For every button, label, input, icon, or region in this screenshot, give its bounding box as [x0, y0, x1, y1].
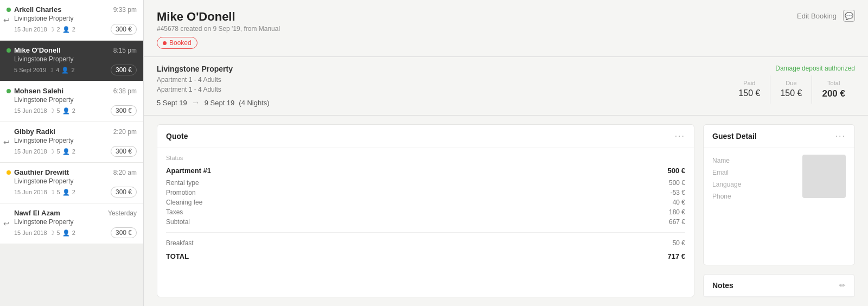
quote-row-value: -53 €: [671, 189, 685, 196]
status-dot: [163, 41, 167, 45]
guest-detail-title: Guest Detail: [712, 132, 757, 141]
guest-menu-button[interactable]: ···: [835, 131, 846, 141]
dates-row: 5 Sept 19 → 9 Sept 19 (4 Nights): [157, 98, 270, 107]
quote-menu-button[interactable]: ···: [675, 131, 685, 141]
booking-property: Livingstone Property: [7, 96, 137, 104]
booking-item[interactable]: Gauthier Drewitt 8:20 am Livingstone Pro…: [0, 163, 143, 203]
guest-name-field: Name: [712, 155, 796, 167]
booking-meta: 15 Jun 2018 5 👤 2: [14, 229, 75, 237]
guest-card-header: Guest Detail ···: [704, 125, 854, 148]
booking-item[interactable]: Mohsen Salehi 6:38 pm Livingstone Proper…: [0, 81, 143, 122]
due-label: Due: [780, 80, 802, 86]
return-icon: ↩: [3, 219, 10, 228]
guest-phone-field: Phone: [712, 190, 796, 202]
quote-row-label: Cleaning fee: [166, 199, 202, 206]
booking-meta: 15 Jun 2018 5 👤 2: [14, 107, 75, 114]
booking-item[interactable]: ↩ Nawf El Azam Yesterday Livingstone Pro…: [0, 203, 143, 244]
notes-card: Notes ✏: [703, 274, 855, 297]
quote-divider: [166, 232, 685, 233]
price-badge: 300 €: [111, 227, 137, 238]
notes-header: Notes ✏: [704, 275, 854, 297]
booking-time: 8:15 pm: [113, 47, 137, 54]
booking-item[interactable]: ↩ Gibby Radki 2:20 pm Livingstone Proper…: [0, 122, 143, 163]
guest-photo: [802, 155, 846, 198]
booking-item[interactable]: ↩ Arkell Charles 9:33 pm Livingstone Pro…: [0, 0, 143, 41]
person-icon: 👤: [61, 67, 69, 74]
status-dot: [7, 170, 11, 175]
quote-status-label: Status: [166, 155, 685, 161]
booking-property: Livingstone Property: [7, 218, 137, 226]
breakfast-value: 50 €: [673, 239, 685, 247]
person-icon: 👤: [62, 229, 70, 237]
moon-icon: [49, 189, 55, 196]
status-label: Booked: [169, 39, 192, 47]
status-dot: [7, 8, 11, 12]
due-column: Due 150 €: [770, 75, 812, 104]
quote-section-name: Apartment #1: [166, 167, 211, 175]
moon-icon: [48, 67, 54, 74]
quote-title: Quote: [166, 132, 188, 141]
quote-card: Quote ··· Status Apartment #1 500 € Rent…: [157, 124, 694, 297]
quote-row: Taxes 180 €: [166, 207, 685, 217]
guest-card-body: Name Email Language Phone: [704, 148, 854, 209]
price-badge: 300 €: [111, 187, 137, 197]
status-dot: [7, 89, 11, 93]
edit-booking-button[interactable]: Edit Booking: [797, 12, 837, 20]
price-badge: 300 €: [111, 146, 137, 157]
moon-icon: [49, 107, 55, 114]
booking-meta: 5 Sept 2019 4 👤 2: [14, 67, 75, 74]
booking-time: 6:38 pm: [113, 87, 137, 95]
person-icon: 👤: [62, 107, 70, 114]
quote-row-value: 180 €: [669, 208, 685, 216]
person-icon: 👤: [62, 148, 70, 155]
price-badge: 300 €: [111, 105, 137, 116]
quote-breakfast-row: Breakfast 50 €: [166, 238, 685, 248]
quote-card-header: Quote ···: [157, 125, 694, 148]
quote-row-value: 40 €: [673, 199, 685, 206]
total-row-value: 717 €: [667, 252, 685, 260]
booking-details-row: Livingstone Property Apartment 1 - 4 Adu…: [144, 57, 868, 116]
booking-item[interactable]: Mike O'Donell 8:15 pm Livingstone Proper…: [0, 41, 143, 81]
quote-section-amount: 500 €: [667, 167, 685, 175]
moon-icon: [49, 148, 55, 155]
date-from: 5 Sept 19: [157, 99, 187, 107]
price-columns: Paid 150 € Due 150 € Total 200 €: [729, 75, 855, 104]
sidebar-guest-name: Mike O'Donell: [7, 46, 60, 54]
pencil-icon[interactable]: ✏: [839, 281, 846, 290]
booking-property: Livingstone Property: [7, 15, 137, 22]
quote-row-label: Taxes: [166, 208, 183, 216]
booking-meta: 15 Jun 2018 5 👤 2: [14, 148, 75, 155]
quote-row: Subtotal 667 €: [166, 217, 685, 227]
booking-header: Mike O'Donell #45678 created on 9 Sep '1…: [144, 0, 868, 57]
return-icon: ↩: [3, 138, 10, 146]
arrow-right-icon: →: [192, 98, 200, 107]
paid-column: Paid 150 €: [729, 75, 770, 104]
booking-property: Livingstone Property: [7, 55, 137, 63]
due-amount: 150 €: [780, 88, 802, 98]
status-dot: [7, 48, 11, 53]
property-dates-block: Livingstone Property Apartment 1 - 4 Adu…: [157, 65, 270, 107]
guest-detail-card: Guest Detail ··· Name Email Language Pho…: [703, 124, 855, 265]
quote-row-label: Promotion: [166, 189, 196, 196]
property-info: Livingstone Property Apartment 1 - 4 Adu…: [157, 65, 270, 94]
status-dot: [7, 211, 11, 215]
chat-icon[interactable]: 💬: [843, 10, 855, 22]
quote-row: Cleaning fee 40 €: [166, 197, 685, 207]
right-column: Guest Detail ··· Name Email Language Pho…: [703, 124, 855, 297]
sidebar-guest-name: Mohsen Salehi: [7, 87, 63, 95]
booking-time: 9:33 pm: [113, 6, 137, 14]
status-badge: Booked: [157, 37, 197, 49]
guest-text-fields: Name Email Language Phone: [712, 155, 796, 202]
sidebar-guest-name: Gauthier Drewitt: [7, 168, 69, 176]
header-actions: Edit Booking 💬: [797, 10, 855, 22]
paid-amount: 150 €: [738, 88, 760, 98]
cards-area: Quote ··· Status Apartment #1 500 € Rent…: [144, 116, 868, 306]
room-line1: Apartment 1 - 4 Adults: [157, 75, 270, 85]
quote-card-body: Status Apartment #1 500 € Rental type 50…: [157, 148, 694, 268]
booking-time: 2:20 pm: [113, 128, 137, 136]
total-column: Total 200 €: [812, 75, 855, 104]
booking-meta: 15 Jun 2018 2 👤 2: [14, 26, 75, 33]
person-icon: 👤: [62, 189, 70, 196]
main-content: Mike O'Donell #45678 created on 9 Sep '1…: [144, 0, 868, 306]
total-row-label: TOTAL: [166, 252, 189, 260]
